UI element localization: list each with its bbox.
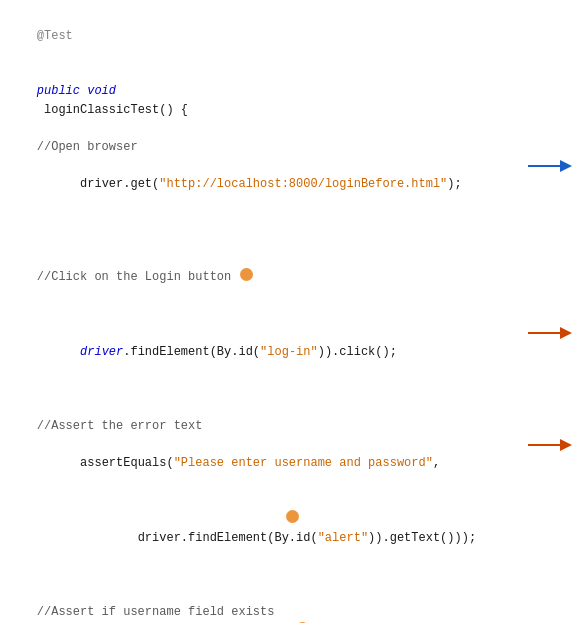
orange-arrow-2 bbox=[528, 438, 578, 452]
code-driver-get: driver.get("http://localhost:8000/loginB… bbox=[51, 177, 461, 191]
section-assert-error: //Assert the error text assertEquals("Pl… bbox=[8, 417, 580, 584]
blue-arrow bbox=[528, 159, 578, 173]
code-assert-error-2: driver.findElement(By.id("alert")).getTe… bbox=[8, 510, 580, 584]
section-open-browser: //Open browser driver.get("http://localh… bbox=[8, 138, 580, 250]
dot-alert bbox=[286, 510, 299, 523]
public-keyword: public void bbox=[37, 84, 116, 98]
code-container: @Test public void loginClassicTest() { /… bbox=[0, 0, 580, 623]
code-get: driver.get("http://localhost:8000/loginB… bbox=[8, 157, 580, 250]
code-assert-equals-error: assertEquals("Please enter username and … bbox=[51, 456, 440, 470]
comment-open-browser: //Open browser bbox=[8, 138, 580, 157]
code-find-click: driver.findElement(By.id("log-in")).clic… bbox=[51, 345, 397, 359]
method-signature-line: public void loginClassicTest() { bbox=[8, 64, 580, 138]
dot-click-login bbox=[240, 268, 253, 281]
section-username-exists: //Assert if username field exists assert… bbox=[8, 603, 580, 623]
blank-1 bbox=[8, 250, 580, 269]
comment-assert-error: //Assert the error text bbox=[8, 417, 580, 436]
comment-username-exists: //Assert if username field exists bbox=[8, 603, 580, 622]
orange-arrow-1 bbox=[528, 326, 578, 340]
code-click: driver.findElement(By.id("log-in")).clic… bbox=[8, 324, 580, 398]
section-click-login: //Click on the Login button driver.findE… bbox=[8, 268, 580, 398]
annotation-line: @Test bbox=[8, 8, 580, 64]
comment-click-login: //Click on the Login button bbox=[8, 268, 580, 324]
blank-3 bbox=[8, 584, 580, 603]
code-assert-error-1: assertEquals("Please enter username and … bbox=[8, 436, 580, 510]
test-annotation: @Test bbox=[37, 29, 73, 43]
blank-2 bbox=[8, 398, 580, 417]
method-name: loginClassicTest() { bbox=[37, 103, 188, 117]
